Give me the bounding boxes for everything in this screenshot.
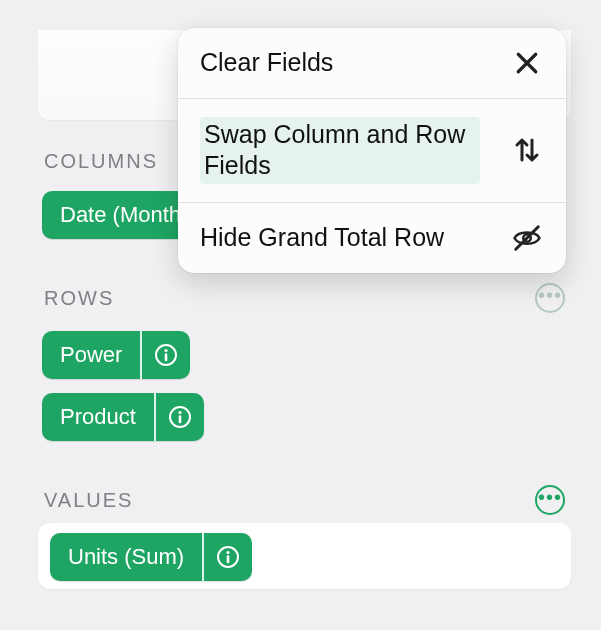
svg-point-7 bbox=[227, 551, 230, 554]
values-header-row: VALUES ••• bbox=[38, 475, 571, 523]
info-icon bbox=[168, 405, 192, 429]
rows-header-row: ROWS ••• bbox=[38, 273, 571, 321]
columns-more-menu: Clear Fields Swap Column and Row Fields … bbox=[178, 28, 566, 273]
menu-item-label: Swap Column and Row Fields bbox=[200, 117, 480, 184]
svg-rect-5 bbox=[179, 415, 182, 423]
menu-item-hide-grand-total[interactable]: Hide Grand Total Row bbox=[178, 202, 566, 273]
pill-info-button[interactable] bbox=[204, 533, 252, 581]
pill-label: Product bbox=[42, 393, 154, 441]
pill-power[interactable]: Power bbox=[42, 331, 190, 379]
hide-icon bbox=[510, 221, 544, 255]
values-section: VALUES ••• Units (Sum) bbox=[38, 475, 571, 589]
svg-rect-8 bbox=[227, 555, 230, 563]
pill-label: Units (Sum) bbox=[50, 533, 202, 581]
info-icon bbox=[216, 545, 240, 569]
columns-header-label: COLUMNS bbox=[44, 150, 158, 173]
rows-more-button[interactable]: ••• bbox=[535, 283, 565, 313]
svg-rect-2 bbox=[165, 353, 168, 361]
pill-label: Power bbox=[42, 331, 140, 379]
menu-item-swap-fields[interactable]: Swap Column and Row Fields bbox=[178, 98, 566, 202]
rows-pill-row: Power Product bbox=[38, 321, 571, 457]
rows-header-label: ROWS bbox=[44, 287, 114, 310]
pill-units-sum[interactable]: Units (Sum) bbox=[50, 533, 252, 581]
svg-point-1 bbox=[165, 349, 168, 352]
svg-point-4 bbox=[178, 411, 181, 414]
close-icon bbox=[510, 46, 544, 80]
menu-item-label: Hide Grand Total Row bbox=[200, 222, 444, 253]
values-more-button[interactable]: ••• bbox=[535, 485, 565, 515]
info-icon bbox=[154, 343, 178, 367]
pill-product[interactable]: Product bbox=[42, 393, 204, 441]
menu-item-label: Clear Fields bbox=[200, 47, 333, 78]
pill-info-button[interactable] bbox=[142, 331, 190, 379]
swap-icon bbox=[510, 133, 544, 167]
values-well: Units (Sum) bbox=[38, 523, 571, 589]
rows-section: ROWS ••• Power Product bbox=[38, 273, 571, 457]
menu-item-clear-fields[interactable]: Clear Fields bbox=[178, 28, 566, 98]
values-header-label: VALUES bbox=[44, 489, 133, 512]
pill-info-button[interactable] bbox=[156, 393, 204, 441]
